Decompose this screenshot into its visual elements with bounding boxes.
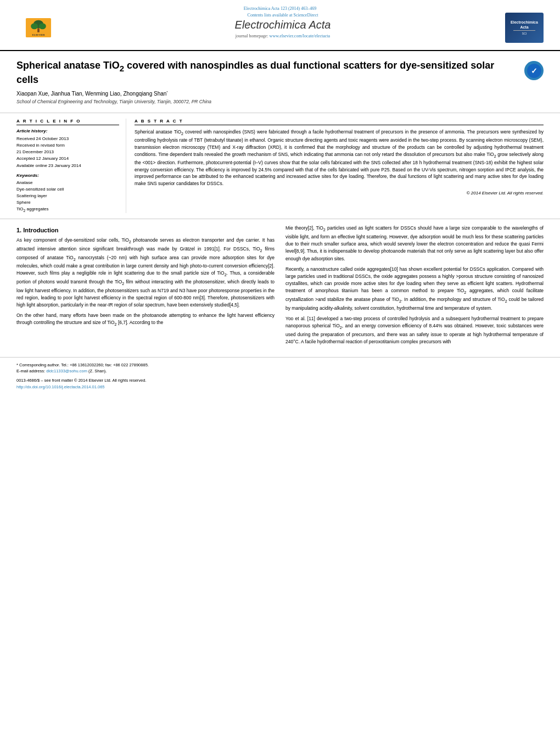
svg-point-2 (31, 23, 38, 29)
journal-title: Electrochimica Acta (71, 19, 494, 31)
intro-right-para3: Yoo et al. [11] developed a two-step pro… (285, 315, 544, 345)
article-info-heading: A R T I C L E I N F O (16, 119, 119, 125)
issn-line: 0013-4686/$ – see front matter © 2014 El… (16, 377, 544, 383)
keyword-tio2: TiO2 aggregates (16, 206, 119, 214)
crossmark-badge: ✓ (524, 61, 544, 80)
abstract-column: A B S T R A C T Spherical anatase TiO2 c… (135, 119, 544, 214)
revised-date: 21 December 2013 (16, 149, 119, 155)
journal-header: Electrochimica Acta 123 (2014) 463–469 E… (0, 0, 560, 51)
corresponding-author: * Corresponding author. Tel.: +86 136120… (16, 362, 544, 368)
journal-center: Contents lists available at ScienceDirec… (60, 13, 505, 38)
footnote-section: * Corresponding author. Tel.: +86 136120… (0, 357, 560, 393)
svg-text:✓: ✓ (531, 66, 537, 75)
article-affiliation: School of Chemical Engineering and Techn… (16, 99, 544, 104)
received-revised-label: Received in revised form (16, 142, 119, 148)
svg-text:ELSEVIER: ELSEVIER (32, 34, 45, 36)
homepage-link[interactable]: www.elsevier.com/locate/electacta (270, 34, 331, 38)
keyword-scattering: Scattering layer (16, 193, 119, 199)
intro-para1: As key component of dye-sensitized solar… (16, 237, 275, 309)
keyword-sphere: Sphere (16, 199, 119, 206)
available-date: Available online 23 January 2014 (16, 163, 119, 169)
intro-right-para1: Mie theory[2], TiO2 particles used as li… (285, 225, 544, 262)
keyword-anatase: Anatase (16, 180, 119, 186)
accepted-date: Accepted 12 January 2014 (16, 155, 119, 161)
journal-badge: Electrochimica Acta SCI (505, 13, 544, 43)
intro-right-para2: Recently, a nanostructure called oxide a… (285, 266, 544, 312)
article-title: Spherical anatase TiO2 covered with nano… (16, 59, 524, 86)
article-info-column: A R T I C L E I N F O Article history: R… (16, 119, 126, 214)
body-right-column: Mie theory[2], TiO2 particles used as li… (285, 225, 544, 349)
article-doi-link[interactable]: http://dx.doi.org/10.1016/j.electacta.20… (16, 384, 105, 389)
journal-doi: Electrochimica Acta 123 (2014) 463–469 (244, 6, 316, 11)
intro-heading: 1. Introduction (16, 227, 275, 233)
doi-link: http://dx.doi.org/10.1016/j.electacta.20… (16, 384, 544, 390)
keyword-dssc: Dye-sensitized solar cell (16, 186, 119, 193)
elsevier-logo: ELSEVIER (16, 13, 60, 43)
email-line: E-mail address: dldc11333@sohu.com (Z. S… (16, 368, 544, 374)
article-header: Spherical anatase TiO2 covered with nano… (0, 51, 560, 113)
body-content: 1. Introduction As key component of dye-… (0, 219, 560, 354)
keywords-label: Keywords: (16, 173, 119, 178)
article-authors: Xiaopan Xue, Jianhua Tian, Wenming Liao,… (16, 91, 544, 97)
svg-point-3 (39, 23, 46, 29)
page: Electrochimica Acta 123 (2014) 463–469 E… (0, 0, 560, 742)
copyright-line: © 2014 Elsevier Ltd. All rights reserved… (135, 191, 544, 196)
article-history-label: Article history: (16, 129, 119, 133)
abstract-text: Spherical anatase TiO2 covered with nano… (135, 129, 544, 187)
svg-rect-4 (37, 28, 40, 32)
intro-para2: On the other hand, many efforts have bee… (16, 312, 275, 328)
received-date: Received 24 October 2013 (16, 136, 119, 142)
body-left-column: 1. Introduction As key component of dye-… (16, 225, 275, 349)
article-info-abstract: A R T I C L E I N F O Article history: R… (0, 113, 560, 220)
contents-line: Contents lists available at ScienceDirec… (71, 13, 494, 18)
abstract-heading: A B S T R A C T (135, 119, 544, 125)
email-link[interactable]: dldc11333@sohu.com (46, 369, 87, 373)
journal-homepage: journal homepage: www.elsevier.com/locat… (71, 34, 494, 38)
